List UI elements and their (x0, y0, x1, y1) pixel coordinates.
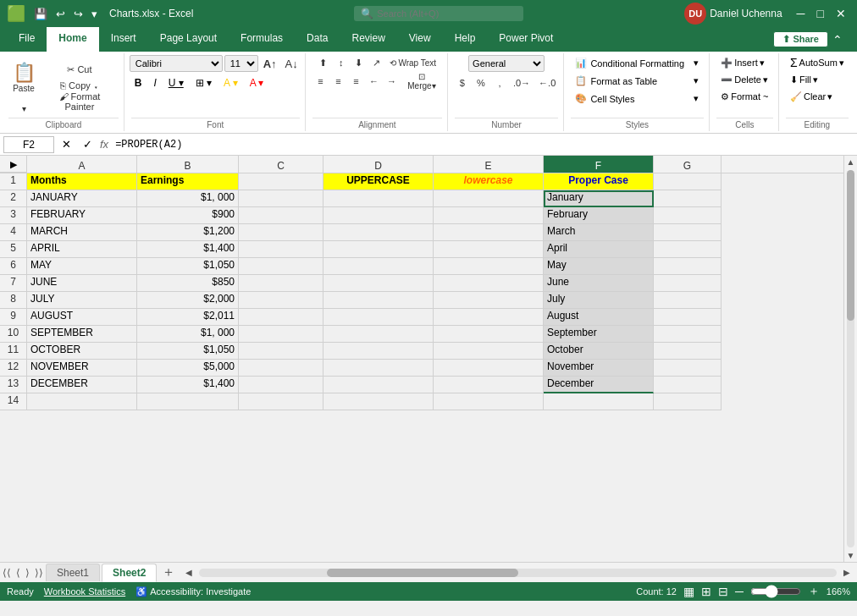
row-num-11[interactable]: 11 (0, 343, 27, 360)
wrap-text-button[interactable]: ⟲ Wrap Text (386, 55, 440, 70)
sheet-nav-prev[interactable]: ⟨ (14, 567, 23, 579)
tab-insert[interactable]: Insert (99, 27, 148, 52)
comma-button[interactable]: , (491, 75, 508, 91)
page-break-view-button[interactable]: ⊟ (718, 585, 728, 598)
cell-b9[interactable]: $2,011 (137, 309, 239, 326)
row-num-3[interactable]: 3 (0, 207, 27, 224)
increase-decimal-button[interactable]: .0→ (510, 75, 534, 91)
h-scroll-right[interactable]: ▶ (840, 568, 854, 577)
vertical-scrollbar[interactable]: ▲ ▼ (843, 156, 857, 562)
indent-increase-button[interactable]: → (384, 74, 401, 89)
decrease-decimal-button[interactable]: ←.0 (535, 75, 559, 91)
delete-cells-button[interactable]: ➖ Delete ▾ (716, 72, 773, 87)
cell-e1[interactable]: lowercase (434, 173, 544, 190)
cell-f13[interactable]: December (544, 377, 654, 393)
paste-dropdown[interactable]: ▾ (15, 101, 32, 116)
conditional-formatting-button[interactable]: 📊 Conditional Formatting ▾ (569, 55, 705, 71)
cell-c13[interactable] (239, 377, 323, 393)
col-header-f[interactable]: F (544, 156, 654, 173)
cell-f6[interactable]: May (544, 258, 654, 275)
font-color-button[interactable]: A ▾ (245, 75, 269, 91)
insert-cells-button[interactable]: ➕ Insert ▾ (716, 55, 770, 70)
font-name-select[interactable]: Calibri (130, 55, 223, 72)
cell-a4[interactable]: MARCH (27, 224, 137, 241)
cell-g4[interactable] (654, 224, 722, 241)
share-button[interactable]: ⬆ Share (773, 31, 828, 47)
tab-home[interactable]: Home (47, 27, 98, 52)
add-sheet-button[interactable]: ＋ (158, 564, 179, 581)
cell-c14[interactable] (239, 393, 323, 410)
cell-c4[interactable] (239, 224, 323, 241)
scroll-down-button[interactable]: ▼ (844, 549, 857, 562)
cell-c11[interactable] (239, 343, 323, 360)
normal-view-button[interactable]: ▦ (683, 585, 694, 598)
v-scroll-thumb[interactable] (847, 170, 854, 321)
cell-f1[interactable]: Proper Case (544, 173, 654, 190)
cell-g7[interactable] (654, 275, 722, 292)
cell-a8[interactable]: JULY (27, 292, 137, 309)
cell-e5[interactable] (434, 241, 544, 258)
autosum-button[interactable]: Σ AutoSum ▾ (785, 55, 849, 70)
cell-f12[interactable]: November (544, 360, 654, 377)
undo-button[interactable]: ↩ (53, 6, 69, 22)
row-num-7[interactable]: 7 (0, 275, 27, 292)
cell-g9[interactable] (654, 309, 722, 326)
minimize-button[interactable]: ─ (793, 5, 810, 22)
cell-b1[interactable]: Earnings (137, 173, 239, 190)
align-center-button[interactable]: ≡ (330, 74, 347, 89)
cell-f9[interactable]: August (544, 309, 654, 326)
cell-g14[interactable] (654, 393, 722, 410)
col-header-e[interactable]: E (434, 156, 544, 173)
cell-d14[interactable] (323, 393, 434, 410)
h-scroll-thumb[interactable] (327, 569, 518, 577)
sheet-nav-next[interactable]: ⟩ (23, 567, 32, 579)
scroll-up-button[interactable]: ▲ (844, 156, 857, 168)
cell-d1[interactable]: UPPERCASE (323, 173, 434, 190)
clear-button[interactable]: 🧹 Clear ▾ (785, 89, 838, 104)
cell-b6[interactable]: $1,050 (137, 258, 239, 275)
fill-color-button[interactable]: A ▾ (218, 75, 243, 91)
sheet-tab-sheet1[interactable]: Sheet1 (46, 564, 100, 581)
align-right-button[interactable]: ≡ (348, 74, 365, 89)
cell-reference-box[interactable] (3, 136, 54, 153)
cell-d13[interactable] (323, 377, 434, 393)
tab-help[interactable]: Help (443, 27, 488, 52)
cell-d5[interactable] (323, 241, 434, 258)
cell-d8[interactable] (323, 292, 434, 309)
format-as-table-button[interactable]: 📋 Format as Table ▾ (569, 73, 705, 89)
increase-font-button[interactable]: A↑ (260, 56, 280, 71)
indent-decrease-button[interactable]: ← (366, 74, 383, 89)
row-num-8[interactable]: 8 (0, 292, 27, 309)
tab-view[interactable]: View (397, 27, 443, 52)
col-header-g[interactable]: G (654, 156, 722, 173)
cell-a13[interactable]: DECEMBER (27, 377, 137, 393)
underline-button[interactable]: U ▾ (163, 75, 189, 91)
cell-f5[interactable]: April (544, 241, 654, 258)
grid-scroll[interactable]: ▶ A B C D E F G 1 Months Earnings UPPERC… (0, 156, 843, 562)
cell-a1[interactable]: Months (27, 173, 137, 190)
cell-f11[interactable]: October (544, 343, 654, 360)
cell-c12[interactable] (239, 360, 323, 377)
format-painter-button[interactable]: 🖌 Format Painter (41, 94, 119, 109)
cell-e2[interactable] (434, 190, 544, 207)
cell-b2[interactable]: $1, 000 (137, 190, 239, 207)
align-middle-button[interactable]: ↕ (333, 55, 350, 70)
row-num-10[interactable]: 10 (0, 326, 27, 343)
cell-e14[interactable] (434, 393, 544, 410)
cell-e11[interactable] (434, 343, 544, 360)
corner-cell[interactable]: ▶ (0, 156, 27, 173)
cell-b3[interactable]: $900 (137, 207, 239, 224)
tab-power-pivot[interactable]: Power Pivot (487, 27, 565, 52)
cell-b7[interactable]: $850 (137, 275, 239, 292)
cell-b5[interactable]: $1,400 (137, 241, 239, 258)
cell-styles-button[interactable]: 🎨 Cell Styles ▾ (569, 91, 705, 107)
cell-c5[interactable] (239, 241, 323, 258)
row-num-2[interactable]: 2 (0, 190, 27, 207)
row-num-6[interactable]: 6 (0, 258, 27, 275)
cell-d6[interactable] (323, 258, 434, 275)
cell-e9[interactable] (434, 309, 544, 326)
cell-c1[interactable] (239, 173, 323, 190)
cell-g5[interactable] (654, 241, 722, 258)
cell-d2[interactable] (323, 190, 434, 207)
cell-b11[interactable]: $1,050 (137, 343, 239, 360)
